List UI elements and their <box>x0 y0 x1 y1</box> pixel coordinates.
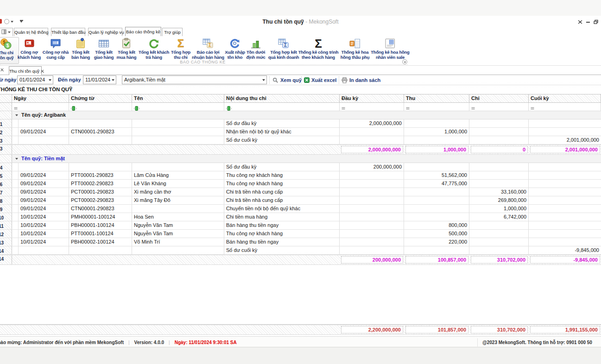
cell-close[interactable] <box>529 188 601 196</box>
window-minimize-icon[interactable] <box>585 19 591 25</box>
cell-desc[interactable]: Số dư đầu kỳ <box>224 163 340 171</box>
cell-chi[interactable] <box>469 119 529 127</box>
cell-name[interactable]: Nguyễn Văn Tam <box>132 221 224 229</box>
cell-close[interactable] <box>529 221 601 229</box>
cell-chi[interactable] <box>469 171 529 179</box>
cell-desc[interactable]: Số dư cuối kỳ <box>224 246 340 254</box>
cell-date[interactable]: 09/01/2024 <box>19 205 69 213</box>
filter-cell-chungtu[interactable] <box>69 103 132 111</box>
cell-date[interactable]: 09/01/2024 <box>19 188 69 196</box>
cell-date[interactable] <box>19 119 69 127</box>
cell-desc[interactable]: Thu công nợ khách hàng <box>224 230 340 238</box>
cell-thu[interactable]: 51,562,000 <box>404 171 469 179</box>
cell-doc[interactable]: PTT00001-100124 <box>69 230 132 238</box>
cell-name[interactable]: Xi măng cần thơ <box>132 188 224 196</box>
cell-open[interactable] <box>340 213 404 221</box>
cell-open[interactable] <box>340 238 404 246</box>
column-header-cuoiky[interactable]: Cuối kỳ <box>529 94 601 102</box>
from-date-dropdown-icon[interactable] <box>49 79 51 81</box>
cell-chi[interactable] <box>469 180 529 188</box>
cell-desc[interactable]: Nhận tiền nội bộ từ quỹ khác <box>224 128 340 136</box>
cell-name[interactable]: Võ Minh Trí <box>132 238 224 246</box>
cell-thu[interactable] <box>404 163 469 171</box>
cell-name[interactable]: Xi măng Tây Đô <box>132 196 224 204</box>
cell-date[interactable]: 10/01/2024 <box>19 238 69 246</box>
cell-date[interactable]: 09/01/2024 <box>19 180 69 188</box>
window-pin-icon[interactable] <box>577 19 583 25</box>
filter-cell-ten[interactable] <box>132 103 224 111</box>
cell-open[interactable] <box>340 246 404 254</box>
cell-name[interactable] <box>132 119 224 127</box>
export-excel-button[interactable]: Xuất excel <box>304 76 336 84</box>
cell-desc[interactable]: Chuyển tiền nội bộ đến quỹ khác <box>224 205 340 213</box>
cell-thu[interactable] <box>404 196 469 204</box>
cell-chi[interactable] <box>469 230 529 238</box>
window-restore-icon[interactable] <box>593 19 599 25</box>
print-list-button[interactable]: In danh sách <box>342 76 380 84</box>
cell-doc[interactable]: PCT00001-290823 <box>69 188 132 196</box>
to-date-input[interactable]: 11/01/2024 <box>83 75 116 84</box>
cell-doc[interactable]: PBH00002-100124 <box>69 238 132 246</box>
cell-chi[interactable] <box>469 136 529 144</box>
cell-close[interactable] <box>529 180 601 188</box>
cell-open[interactable] <box>340 136 404 144</box>
cell-doc[interactable] <box>69 119 132 127</box>
cell-thu[interactable] <box>404 246 469 254</box>
cell-name[interactable] <box>132 136 224 144</box>
cell-chi[interactable] <box>469 221 529 229</box>
close-tab-icon[interactable] <box>0 68 3 71</box>
column-header-dauky[interactable]: Đầu kỳ <box>340 94 404 102</box>
cell-chi[interactable] <box>469 246 529 254</box>
cell-open[interactable] <box>340 196 404 204</box>
cell-close[interactable] <box>529 238 601 246</box>
filter-cell-noidung[interactable] <box>224 103 340 111</box>
cell-doc[interactable]: PTT00002-290823 <box>69 180 132 188</box>
cell-date[interactable]: 10/01/2024 <box>19 230 69 238</box>
cell-desc[interactable]: Số dư cuối kỳ <box>224 136 340 144</box>
tab-thu-chi-ton-quy[interactable]: Thu chi tồn quỹ <box>9 66 42 75</box>
cell-chi[interactable]: 269,800,000 <box>469 196 529 204</box>
cell-desc[interactable]: Chi trả tiền nhà cung cấp <box>224 188 340 196</box>
menu-tab-4[interactable]: Trợ giúp <box>162 28 183 37</box>
filter-cell-thu[interactable] <box>404 103 469 111</box>
column-header-chi[interactable]: Chi <box>469 94 529 102</box>
cell-name[interactable] <box>132 205 224 213</box>
cell-open[interactable] <box>340 188 404 196</box>
cell-open[interactable] <box>340 180 404 188</box>
cell-desc[interactable]: Chi tiền mua hàng <box>224 213 340 221</box>
column-header-thu[interactable]: Thu <box>404 94 469 102</box>
menu-tab-3[interactable]: Báo cáo thống kê <box>125 27 161 37</box>
menu-tab-0[interactable]: Quản trị hệ thống <box>14 28 48 37</box>
cell-date[interactable] <box>19 163 69 171</box>
cell-doc[interactable]: CTN00001-290823 <box>69 128 132 136</box>
cell-name[interactable] <box>132 163 224 171</box>
cell-close[interactable] <box>529 163 601 171</box>
cell-doc[interactable]: PMH00001-100124 <box>69 213 132 221</box>
cell-close[interactable]: -9,845,000 <box>529 246 601 254</box>
cell-thu[interactable] <box>404 213 469 221</box>
filter-cell-ngay[interactable] <box>12 103 69 111</box>
cell-date[interactable]: 09/01/2024 <box>19 128 69 136</box>
column-header-noidung[interactable]: Nội dung thu chi <box>224 94 340 102</box>
cell-doc[interactable] <box>69 163 132 171</box>
cell-close[interactable] <box>529 213 601 221</box>
cell-doc[interactable]: PBH00001-100124 <box>69 221 132 229</box>
menu-tab-1[interactable]: Thiết lập ban đầu <box>51 28 85 37</box>
cell-name[interactable] <box>132 246 224 254</box>
cell-name[interactable] <box>132 128 224 136</box>
cell-desc[interactable]: Bán hàng thu tiền ngay <box>224 221 340 229</box>
cell-date[interactable]: 10/01/2024 <box>19 221 69 229</box>
cell-thu[interactable]: 47,775,000 <box>404 180 469 188</box>
cell-doc[interactable]: PTT00001-290823 <box>69 171 132 179</box>
cell-name[interactable]: Hoa Sen <box>132 213 224 221</box>
fund-dropdown-icon[interactable] <box>262 79 265 81</box>
cell-chi[interactable]: 1,000,000 <box>469 205 529 213</box>
filter-cell-chi[interactable] <box>469 103 529 111</box>
cell-name[interactable]: Nguyễn Văn Tam <box>132 230 224 238</box>
cell-thu[interactable]: 500,000 <box>404 230 469 238</box>
cell-date[interactable] <box>19 136 69 144</box>
cell-close[interactable] <box>529 119 601 127</box>
menu-grid-icon[interactable] <box>0 28 13 37</box>
cell-open[interactable]: 200,000,000 <box>340 163 404 171</box>
from-date-input[interactable]: 01/01/2024 <box>17 75 53 84</box>
